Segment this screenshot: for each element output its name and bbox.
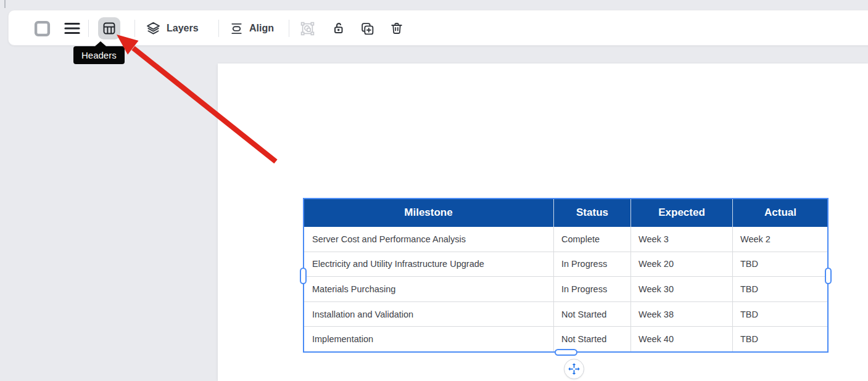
table-cell[interactable]: TBD <box>733 327 828 352</box>
resize-handle-right[interactable] <box>825 268 832 284</box>
delete-button[interactable] <box>386 17 408 39</box>
headers-button[interactable] <box>98 17 120 39</box>
table-cell[interactable]: Week 20 <box>631 252 733 277</box>
table-header-cell[interactable]: Expected <box>631 199 733 227</box>
layers-button[interactable]: Layers <box>146 17 199 39</box>
window-edge-tick <box>4 0 6 8</box>
lock-button[interactable] <box>328 17 350 39</box>
toolbar-divider <box>289 20 289 37</box>
table-cell[interactable]: Week 30 <box>631 277 733 302</box>
table-cell[interactable]: In Progress <box>554 277 631 302</box>
table-header-cell[interactable]: Milestone <box>304 199 554 227</box>
unlock-icon <box>331 21 346 36</box>
border-style-button[interactable] <box>31 17 53 39</box>
toolbar-divider <box>218 20 219 37</box>
square-outline-icon <box>34 20 51 37</box>
mask-crop-button <box>296 17 318 39</box>
table-cell[interactable]: Week 38 <box>631 302 733 327</box>
move-icon <box>568 363 581 375</box>
table-grid: Milestone Status Expected Actual Server … <box>304 199 828 352</box>
table-cell[interactable]: Electricity and Utility Infrastructure U… <box>304 252 554 277</box>
table-cell[interactable]: Implementation <box>304 327 554 352</box>
align-button[interactable]: Align <box>229 17 274 39</box>
layers-label: Layers <box>167 23 199 34</box>
table-headers-icon <box>102 21 117 36</box>
table-cell[interactable]: Week 3 <box>631 227 733 252</box>
table-cell[interactable]: Materials Purchasing <box>304 277 554 302</box>
table-cell[interactable]: Not Started <box>554 327 631 352</box>
table-header-cell[interactable]: Status <box>554 199 631 227</box>
table-cell[interactable]: Week 40 <box>631 327 733 352</box>
tooltip-caret <box>95 41 106 46</box>
align-middle-icon <box>229 22 244 36</box>
resize-handle-left[interactable] <box>300 268 307 284</box>
table-cell[interactable]: Server Cost and Performance Analysis <box>304 227 554 252</box>
table-header-cell[interactable]: Actual <box>733 199 828 227</box>
table-cell[interactable]: In Progress <box>554 252 631 277</box>
table-cell[interactable]: TBD <box>733 302 828 327</box>
table-cell[interactable]: Not Started <box>554 302 631 327</box>
toolbar-divider <box>88 20 89 37</box>
duplicate-button[interactable] <box>356 17 378 39</box>
table-cell[interactable]: TBD <box>733 277 828 302</box>
app-window: { "toolbar": { "border_button": { "icon"… <box>0 0 868 381</box>
move-handle[interactable] <box>564 359 584 379</box>
crop-mask-icon <box>299 20 316 37</box>
table-cell[interactable]: Complete <box>554 227 631 252</box>
table-cell[interactable]: Week 2 <box>733 227 828 252</box>
resize-handle-bottom[interactable] <box>555 349 577 356</box>
toolbar-divider <box>134 20 135 37</box>
layers-icon <box>146 21 161 36</box>
milestone-table[interactable]: Milestone Status Expected Actual Server … <box>304 199 828 352</box>
table-cell[interactable]: TBD <box>733 252 828 277</box>
hamburger-icon <box>64 22 80 35</box>
table-cell[interactable]: Installation and Validation <box>304 302 554 327</box>
toolbar: Layers Align <box>8 10 868 46</box>
duplicate-plus-icon <box>360 21 375 36</box>
align-label: Align <box>249 23 274 34</box>
menu-button[interactable] <box>61 17 83 39</box>
headers-tooltip: Headers <box>73 46 125 64</box>
trash-icon <box>389 21 404 36</box>
